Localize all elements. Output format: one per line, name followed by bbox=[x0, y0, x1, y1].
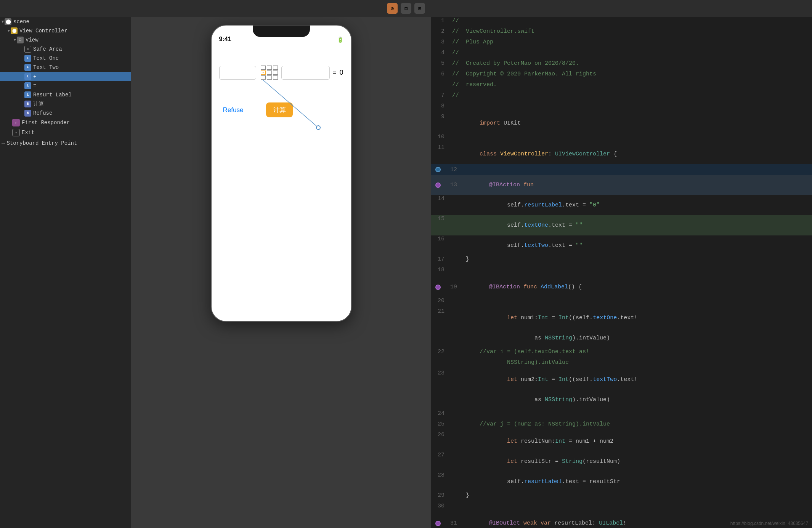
nav-icon-scene: ⬤ bbox=[5, 18, 11, 25]
ib-marker-13[interactable] bbox=[435, 182, 441, 188]
nav-item-vc[interactable]: ▼ ⬤ View Controller bbox=[0, 26, 131, 35]
marker-col-19 bbox=[431, 285, 445, 290]
arrow-icon: ▼ bbox=[2, 20, 4, 24]
code-line-3: 3 // Plus_App bbox=[431, 38, 812, 49]
nav-label-storyboard: Storyboard Entry Point bbox=[6, 140, 77, 146]
code-line-11: 11 class ViewController: UIViewControlle… bbox=[431, 144, 812, 164]
nav-item-scene[interactable]: ▼ ⬤ scene bbox=[0, 17, 131, 26]
code-line-15: 15 self.textOne.text = "" bbox=[431, 215, 812, 235]
line-content-14: self.resurtLabel.text = "0" bbox=[452, 195, 812, 215]
code-line-6a: 6 // Copyright © 2020 ParkerMao. All rig… bbox=[431, 70, 812, 81]
line-num-16: 16 bbox=[431, 236, 452, 242]
line-num-17: 17 bbox=[431, 256, 452, 262]
line-num-21: 21 bbox=[431, 308, 452, 315]
nav-item-calc[interactable]: B 计算 bbox=[0, 99, 131, 109]
nav-icon-view: □ bbox=[17, 37, 24, 43]
top-toolbar: ⊙ ⊡ ⊟ bbox=[0, 0, 812, 17]
nav-label-calc: 计算 bbox=[33, 101, 44, 107]
line-content-4: // bbox=[452, 50, 812, 56]
nav-label-textone: Text One bbox=[33, 55, 59, 61]
phone-battery-icon: 🔋 bbox=[337, 37, 343, 43]
line-content-22b: NSString).intValue bbox=[452, 359, 812, 366]
toolbar-icon-3[interactable]: ⊟ bbox=[414, 3, 425, 14]
nav-item-refuse[interactable]: B Refuse bbox=[0, 109, 131, 118]
line-num-11: 11 bbox=[431, 144, 452, 151]
phone-textfield-one[interactable] bbox=[219, 66, 257, 80]
phone-textfield-two[interactable] bbox=[281, 66, 330, 80]
line-num-5: 5 bbox=[431, 60, 452, 67]
ib-marker-31[interactable] bbox=[435, 521, 441, 526]
nav-icon-vc: ⬤ bbox=[11, 27, 18, 34]
line-content-26: let resultNum:Int = num1 + num2 bbox=[452, 432, 812, 451]
nav-item-equals[interactable]: L = bbox=[0, 81, 131, 90]
canvas: 9:41 🔋 + bbox=[132, 17, 431, 528]
nav-label-firstresponder: First Responder bbox=[22, 120, 70, 126]
constraint-cell-active: + bbox=[261, 70, 266, 75]
phone-calc-button[interactable]: 计算 bbox=[266, 102, 293, 117]
line-content-17: } bbox=[452, 256, 812, 262]
nav-item-resurtlabel[interactable]: L Resurt Label bbox=[0, 90, 131, 99]
line-content-16: self.textTwo.text = "" bbox=[452, 236, 812, 255]
code-line-29: 29 } bbox=[431, 492, 812, 502]
constraint-cell bbox=[267, 75, 272, 80]
code-line-20: 20 bbox=[431, 297, 812, 308]
code-line-28: 28 self.resurtLabel.text = resultStr bbox=[431, 472, 812, 492]
code-line-17: 17 } bbox=[431, 256, 812, 266]
constraint-cell bbox=[267, 70, 272, 75]
nav-label-vc: View Controller bbox=[19, 28, 67, 34]
phone-equals-label: = bbox=[333, 69, 336, 76]
line-num-10: 10 bbox=[431, 134, 452, 140]
nav-icon-plus: L bbox=[24, 73, 31, 80]
line-content-19: @IBAction func AddLabel() { bbox=[462, 277, 812, 297]
toolbar-icon-1[interactable]: ⊙ bbox=[387, 3, 398, 14]
nav-icon-textone: F bbox=[24, 55, 31, 62]
line-content-6b: // reserved. bbox=[452, 82, 812, 88]
line-num-3: 3 bbox=[431, 39, 452, 45]
line-num-31: 31 bbox=[445, 520, 462, 526]
toolbar-icons: ⊙ ⊡ ⊟ bbox=[387, 3, 425, 14]
ib-marker-12[interactable] bbox=[435, 167, 441, 172]
phone-refuse-button[interactable]: Refuse bbox=[223, 106, 244, 114]
nav-item-textone[interactable]: F Text One bbox=[0, 54, 131, 63]
nav-item-safearea[interactable]: ⊞ Safe Area bbox=[0, 45, 131, 54]
ib-marker-19[interactable] bbox=[435, 285, 441, 290]
line-num-8: 8 bbox=[431, 103, 452, 109]
code-line-23b: as NSString).intValue) bbox=[431, 390, 812, 410]
nav-item-storyboard[interactable]: → Storyboard Entry Point bbox=[0, 139, 131, 147]
nav-item-plus[interactable]: L + bbox=[0, 72, 131, 81]
code-line-19: 19 @IBAction func AddLabel() { bbox=[431, 277, 812, 297]
line-content-25: //var j = (num2 as! NSString).intValue bbox=[452, 421, 812, 427]
nav-icon-texttwo: F bbox=[24, 64, 31, 71]
code-line-22a: 22 //var i = (self.textOne.text as! bbox=[431, 348, 812, 359]
line-content-22a: //var i = (self.textOne.text as! bbox=[452, 349, 812, 355]
constraint-icons: + bbox=[261, 66, 278, 80]
line-num-7: 7 bbox=[431, 92, 452, 99]
line-content-11: class ViewController: UIViewController { bbox=[452, 144, 812, 164]
line-content-5: // Created by PeterMao on 2020/8/20. bbox=[452, 60, 812, 67]
main-layout: ▼ ⬤ scene ▼ ⬤ View Controller ▼ □ View ⊞… bbox=[0, 17, 812, 528]
code-line-12: 12 bbox=[431, 164, 812, 175]
code-line-14: 14 self.resurtLabel.text = "0" bbox=[431, 195, 812, 215]
toolbar-icon-2[interactable]: ⊡ bbox=[401, 3, 411, 14]
line-num-6: 6 bbox=[431, 71, 452, 77]
line-num-1: 1 bbox=[431, 18, 452, 24]
nav-item-firstresponder[interactable]: ⚡ First Responder bbox=[0, 118, 131, 128]
code-line-4: 4 // bbox=[431, 49, 812, 60]
constraint-cell bbox=[261, 75, 266, 80]
marker-col-13 bbox=[431, 182, 445, 188]
line-num-2: 2 bbox=[431, 28, 452, 35]
line-content-28: self.resurtLabel.text = resultStr bbox=[452, 472, 812, 491]
nav-icon-equals: L bbox=[24, 82, 31, 89]
nav-item-view[interactable]: ▼ □ View bbox=[0, 35, 131, 45]
nav-label-equals: = bbox=[33, 83, 36, 89]
arrow-prefix-icon: → bbox=[2, 140, 5, 146]
line-content-6a: // Copyright © 2020 ParkerMao. All right… bbox=[452, 71, 812, 77]
nav-item-exit[interactable]: ⇥ Exit bbox=[0, 128, 131, 138]
line-content-23a: let num2:Int = Int((self.textTwo.text! bbox=[452, 370, 812, 389]
phone-content: + = 0 Refuse 计算 bbox=[212, 46, 351, 321]
line-content-15: self.textOne.text = "" bbox=[452, 216, 812, 235]
arrow-icon-vc: ▼ bbox=[8, 29, 10, 33]
constraint-cell bbox=[273, 66, 278, 70]
line-num-28: 28 bbox=[431, 472, 452, 478]
nav-item-texttwo[interactable]: F Text Two bbox=[0, 63, 131, 72]
